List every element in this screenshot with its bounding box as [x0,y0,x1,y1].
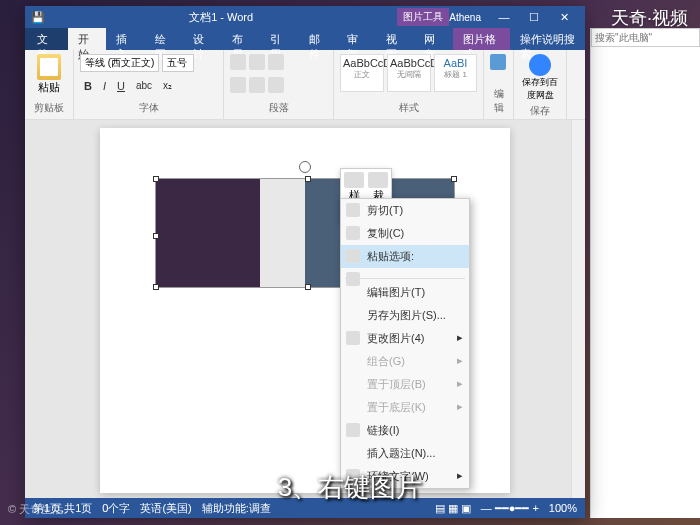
tab-review[interactable]: 审阅 [337,28,376,50]
zoom-level[interactable]: 100% [549,502,577,514]
ctx-paste-pic[interactable] [341,268,469,276]
separator [345,278,465,279]
resize-handle[interactable] [153,176,159,182]
style-normal[interactable]: AaBbCcD正文 [340,54,384,92]
numbering-icon[interactable] [249,54,265,70]
page: 样式 裁剪 剪切(T) 复制(C) 粘贴选项: 编辑图片(T) 另存为图片(S)… [100,128,510,493]
align-right-icon[interactable] [268,77,284,93]
ctx-paste-options[interactable]: 粘贴选项: [341,245,469,268]
paste-button[interactable]: 粘贴 [31,54,67,95]
status-lang[interactable]: 英语(美国) [140,501,191,516]
underline-button[interactable]: U [113,78,129,94]
ctx-send-back: 置于底层(K)▸ [341,396,469,419]
tab-layout[interactable]: 布局 [222,28,261,50]
minimize-button[interactable]: — [489,11,519,23]
strike-button[interactable]: abc [132,78,156,93]
copyright-watermark: © 天奇生活 [8,502,63,517]
group-label: 字体 [80,101,217,115]
align-center-icon[interactable] [249,77,265,93]
resize-handle[interactable] [153,233,159,239]
style-heading1[interactable]: AaBI标题 1 [434,54,477,92]
menubar: 文件 开始 插入 绘图 设计 布局 引用 邮件 审阅 视图 网盘 图片格式 操作… [25,28,585,50]
style-nospace[interactable]: AaBbCcD无间隔 [387,54,431,92]
font-size-select[interactable]: 五号 [162,54,194,72]
ctx-bring-front: 置于顶层(B)▸ [341,373,469,396]
paste-icon [346,249,360,263]
context-tab: 图片工具 [397,8,449,26]
tab-references[interactable]: 引用 [260,28,299,50]
status-words[interactable]: 0个字 [102,501,130,516]
group-label: 段落 [230,101,327,115]
style-icon [344,172,364,188]
tab-mail[interactable]: 邮件 [299,28,338,50]
ctx-caption[interactable]: 插入题注(N)... [341,442,469,465]
ribbon: 粘贴 剪贴板 等线 (西文正文) 五号 B I U abc x₂ 字体 段落 [25,50,585,120]
crop-icon [368,172,388,188]
zoom-slider[interactable]: — ━━●━━ + [481,502,539,515]
titlebar: 💾 文档1 - Word 图片工具 Athena — ☐ ✕ [25,6,585,28]
ctx-link[interactable]: 链接(I) [341,419,469,442]
align-left-icon[interactable] [230,77,246,93]
vertical-scrollbar[interactable] [571,120,585,500]
ctx-cut[interactable]: 剪切(T) [341,199,469,222]
ctx-change-pic[interactable]: 更改图片(4)▸ [341,327,469,350]
group-edit: 编辑 [484,50,514,119]
group-clipboard: 粘贴 剪贴板 [25,50,74,119]
group-label: 样式 [340,101,477,115]
group-label: 剪贴板 [31,101,67,115]
sub-button[interactable]: x₂ [159,78,176,93]
group-label: 编辑 [490,87,507,115]
tab-view[interactable]: 视图 [376,28,415,50]
font-family-select[interactable]: 等线 (西文正文) [80,54,159,72]
brand-watermark: 天奇·视频 [611,6,688,30]
status-access[interactable]: 辅助功能:调查 [202,501,271,516]
multilevel-icon[interactable] [268,54,284,70]
italic-button[interactable]: I [99,78,110,94]
ctx-save-as[interactable]: 另存为图片(S)... [341,304,469,327]
file-menu[interactable]: 文件 [25,28,68,50]
resize-handle[interactable] [153,284,159,290]
ctx-edit-pic[interactable]: 编辑图片(T) [341,281,469,304]
group-font: 等线 (西文正文) 五号 B I U abc x₂ 字体 [74,50,224,119]
bullets-icon[interactable] [230,54,246,70]
tutorial-caption: 3、右键图片 [278,470,422,505]
copy-icon [346,226,360,240]
qat-save-icon[interactable]: 💾 [31,11,45,24]
tab-insert[interactable]: 插入 [106,28,145,50]
context-menu: 剪切(T) 复制(C) 粘贴选项: 编辑图片(T) 另存为图片(S)... 更改… [340,198,470,489]
tab-home[interactable]: 开始 [68,28,107,50]
view-buttons[interactable]: ▤ ▦ ▣ [435,502,471,515]
group-paragraph: 段落 [224,50,334,119]
link-icon [346,423,360,437]
group-label: 保存 [520,104,560,118]
change-icon [346,331,360,345]
tab-picture-format[interactable]: 图片格式 [453,28,510,50]
cut-icon [346,203,360,217]
baidu-save-button[interactable]: 保存到百度网盘 [520,54,560,102]
baidu-icon [529,54,551,76]
tab-netdisk[interactable]: 网盘 [414,28,453,50]
close-button[interactable]: ✕ [549,11,579,24]
word-window: 💾 文档1 - Word 图片工具 Athena — ☐ ✕ 文件 开始 插入 … [25,6,585,518]
search-input[interactable] [591,28,700,47]
group-baidu: 保存到百度网盘 保存 [514,50,567,119]
document-area[interactable]: 样式 裁剪 剪切(T) 复制(C) 粘贴选项: 编辑图片(T) 另存为图片(S)… [25,120,585,500]
paste-icon [37,54,61,80]
resize-handle[interactable] [305,284,311,290]
tab-draw[interactable]: 绘图 [145,28,184,50]
explorer-sidepanel [590,28,700,518]
resize-handle[interactable] [305,176,311,182]
maximize-button[interactable]: ☐ [519,11,549,24]
tell-me[interactable]: 操作说明搜索 [510,28,586,50]
ctx-copy[interactable]: 复制(C) [341,222,469,245]
resize-handle[interactable] [451,176,457,182]
ctx-group: 组合(G)▸ [341,350,469,373]
rotate-handle[interactable] [299,161,311,173]
tab-design[interactable]: 设计 [183,28,222,50]
group-styles: AaBbCcD正文 AaBbCcD无间隔 AaBI标题 1 样式 [334,50,484,119]
window-title: 文档1 - Word [45,10,397,25]
bold-button[interactable]: B [80,78,96,94]
find-icon[interactable] [490,54,506,70]
user-name: Athena [449,12,481,23]
